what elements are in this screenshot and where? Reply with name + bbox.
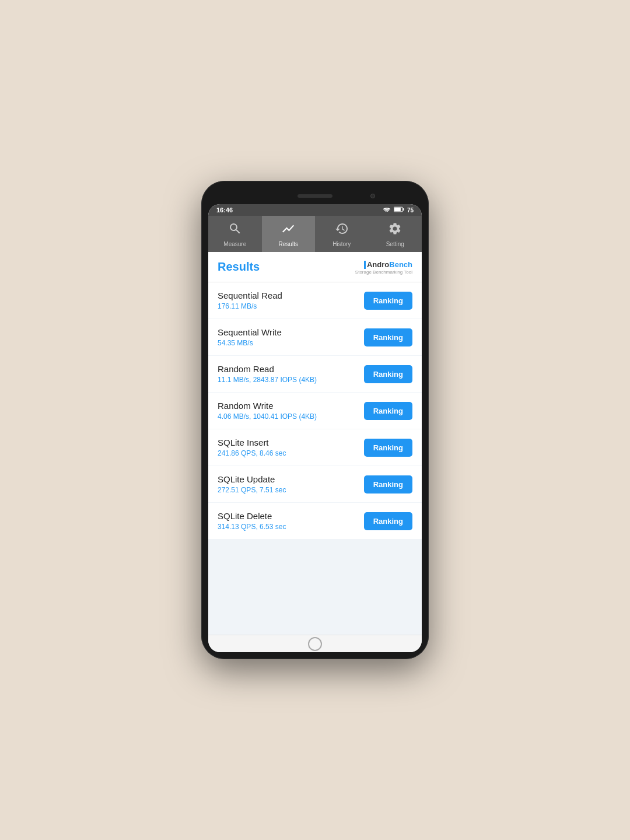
- bench-info: Random Write4.06 MB/s, 1040.41 IOPS (4KB…: [218, 401, 364, 421]
- results-header: Results AndroBench Storage Benchmarking …: [208, 252, 422, 282]
- tab-history[interactable]: History: [315, 216, 369, 252]
- tab-bar: Measure Results History: [208, 216, 422, 252]
- tab-measure-label: Measure: [223, 241, 246, 247]
- ranking-button[interactable]: Ranking: [364, 292, 412, 310]
- ranking-button[interactable]: Ranking: [364, 328, 412, 346]
- svg-rect-2: [394, 208, 401, 211]
- status-time: 16:46: [216, 206, 233, 214]
- status-bar: 16:46 75: [208, 204, 422, 216]
- bench-name: Sequential Read: [218, 290, 364, 300]
- bench-info: SQLite Delete314.13 QPS, 6.53 sec: [218, 511, 364, 531]
- ranking-button[interactable]: Ranking: [364, 512, 412, 530]
- tab-setting-label: Setting: [386, 241, 404, 247]
- ranking-button[interactable]: Ranking: [364, 402, 412, 420]
- bench-value: 176.11 MB/s: [218, 302, 364, 310]
- chart-icon: [281, 222, 295, 239]
- tab-setting[interactable]: Setting: [369, 216, 422, 252]
- bench-info: Sequential Read176.11 MB/s: [218, 290, 364, 310]
- history-icon: [335, 222, 349, 239]
- tab-results[interactable]: Results: [262, 216, 316, 252]
- tab-results-label: Results: [279, 241, 298, 247]
- gear-icon: [388, 222, 402, 239]
- bench-name: SQLite Update: [218, 474, 364, 484]
- ranking-button[interactable]: Ranking: [364, 365, 412, 383]
- bench-name: Sequential Write: [218, 327, 364, 337]
- bench-info: SQLite Insert241.86 QPS, 8.46 sec: [218, 438, 364, 457]
- ranking-button[interactable]: Ranking: [364, 475, 412, 494]
- benchmark-row: SQLite Update272.51 QPS, 7.51 secRanking: [208, 466, 422, 502]
- bench-value: 272.51 QPS, 7.51 sec: [218, 486, 364, 494]
- phone-device: 16:46 75: [201, 181, 429, 659]
- bench-name: Random Write: [218, 401, 364, 411]
- phone-screen: 16:46 75: [208, 204, 422, 652]
- logo-text-bench: Bench: [389, 260, 412, 269]
- bench-info: SQLite Update272.51 QPS, 7.51 sec: [218, 474, 364, 494]
- svg-rect-1: [402, 208, 404, 211]
- phone-camera: [370, 194, 375, 198]
- search-icon: [228, 222, 242, 239]
- bench-name: SQLite Insert: [218, 438, 364, 447]
- bench-value: 4.06 MB/s, 1040.41 IOPS (4KB): [218, 412, 364, 421]
- bench-info: Sequential Write54.35 MB/s: [218, 327, 364, 347]
- results-title: Results: [218, 260, 260, 274]
- logo-subtitle: Storage Benchmarking Tool: [355, 270, 412, 275]
- status-right: 75: [383, 206, 414, 214]
- ranking-button[interactable]: Ranking: [364, 439, 412, 457]
- benchmark-row: Sequential Read176.11 MB/sRanking: [208, 282, 422, 318]
- wifi-icon: [383, 206, 391, 214]
- benchmark-list: Sequential Read176.11 MB/sRankingSequent…: [208, 282, 422, 539]
- bench-value: 241.86 QPS, 8.46 sec: [218, 449, 364, 457]
- benchmark-row: SQLite Delete314.13 QPS, 6.53 secRanking: [208, 503, 422, 539]
- benchmark-row: Random Write4.06 MB/s, 1040.41 IOPS (4KB…: [208, 393, 422, 429]
- battery-level: 75: [407, 207, 414, 214]
- logo-brand: AndroBench: [355, 259, 412, 270]
- home-button[interactable]: [308, 637, 322, 651]
- tab-history-label: History: [332, 241, 351, 247]
- bench-name: SQLite Delete: [218, 511, 364, 521]
- content-area: Results AndroBench Storage Benchmarking …: [208, 252, 422, 635]
- benchmark-row: Sequential Write54.35 MB/sRanking: [208, 319, 422, 355]
- benchmark-row: Random Read11.1 MB/s, 2843.87 IOPS (4KB)…: [208, 356, 422, 392]
- logo-bar: [364, 261, 366, 269]
- tab-measure[interactable]: Measure: [208, 216, 262, 252]
- bench-value: 11.1 MB/s, 2843.87 IOPS (4KB): [218, 376, 364, 384]
- bench-info: Random Read11.1 MB/s, 2843.87 IOPS (4KB): [218, 364, 364, 384]
- battery-icon: [394, 206, 404, 214]
- bench-value: 314.13 QPS, 6.53 sec: [218, 523, 364, 531]
- phone-notch: [208, 188, 422, 204]
- phone-speaker: [298, 194, 332, 198]
- logo-text-andro: Andro: [367, 260, 389, 269]
- bench-name: Random Read: [218, 364, 364, 374]
- phone-bottom: [208, 635, 422, 652]
- androbench-logo: AndroBench Storage Benchmarking Tool: [355, 259, 412, 275]
- bench-value: 54.35 MB/s: [218, 339, 364, 347]
- benchmark-row: SQLite Insert241.86 QPS, 8.46 secRanking: [208, 429, 422, 466]
